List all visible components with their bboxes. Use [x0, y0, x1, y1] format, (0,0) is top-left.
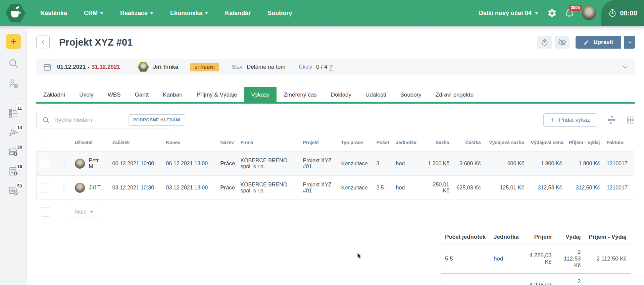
tab-zmereny-cas[interactable]: Změřený čas [277, 87, 324, 102]
cell-amount: 3 600 Kč [453, 152, 484, 176]
payments-cards-icon[interactable]: 28 [8, 147, 19, 157]
tab-gantt[interactable]: Gantt [128, 87, 156, 102]
documents-alert-icon[interactable]: 16 [8, 166, 19, 177]
cell-company[interactable]: KOBERCE BRENO, spol. s r.o. [237, 176, 300, 200]
col-firma[interactable]: Firma [237, 134, 300, 152]
owner-name[interactable]: Jiří Trnka [153, 64, 179, 70]
approvals-arrow-icon[interactable]: 14 [8, 127, 19, 138]
search-icon[interactable] [8, 58, 19, 69]
tab-vykazy[interactable]: Výkazy [244, 87, 277, 102]
col-projekt[interactable]: Projekt [300, 134, 338, 152]
menu-item-soubory[interactable]: Soubory [267, 10, 292, 17]
notifications-bell-icon[interactable]: 3005 [564, 8, 575, 18]
tab-wbs[interactable]: WBS [101, 87, 128, 102]
tab-udalosti[interactable]: Události [358, 87, 393, 102]
cell-invoice[interactable]: 1210017 [603, 152, 634, 176]
drag-handle-icon[interactable] [63, 160, 65, 167]
col-sazba[interactable]: Sazba [424, 134, 453, 152]
col-castka[interactable]: Částka [453, 134, 484, 152]
drag-handle-icon[interactable] [63, 184, 65, 191]
cell-project[interactable]: Projekt XYZ #01 [300, 176, 338, 200]
top-navbar: Nástěnka CRM Realizace Ekonomika Kalendá… [0, 0, 644, 26]
menu-item-crm[interactable]: CRM [84, 10, 103, 17]
cell-unit: hod [393, 176, 424, 200]
collapse-infobar-button[interactable] [622, 64, 629, 70]
col-konec[interactable]: Konec [163, 134, 217, 152]
summary-col-prijem-vydaj: Příjem - Výdaj [585, 230, 631, 244]
cell-income-expense: 312,50 Kč [565, 176, 603, 200]
tab-ukoly[interactable]: Úkoly [72, 87, 101, 102]
actions-dropdown-button[interactable]: Akce [69, 206, 99, 218]
table-row[interactable]: Petr M. 06.12.2021 10:00 06.12.2021 13:0… [37, 152, 634, 176]
cell-company[interactable]: KOBERCE BRENO, spol. s r.o. [237, 152, 300, 176]
header-actions: Upravit [537, 36, 635, 49]
tab-zakladni[interactable]: Základní [36, 87, 72, 102]
chevron-down-icon [622, 64, 629, 70]
col-uzivatel[interactable]: Uživatel [71, 134, 109, 152]
menu-item-kalendar[interactable]: Kalendář [225, 10, 251, 17]
col-jednotka[interactable]: Jednotka [393, 134, 424, 152]
tab-kanban[interactable]: Kanban [156, 87, 190, 102]
tasks-help[interactable]: ? [329, 64, 332, 71]
summary-table: Počet jednotek Jednotka Příjem Výdaj Pří… [441, 230, 631, 285]
add-report-button[interactable]: + Přidat výkaz [543, 113, 597, 127]
tab-soubory[interactable]: Soubory [393, 87, 429, 102]
cell-name[interactable]: Práce [217, 176, 237, 200]
edit-dropdown-button[interactable] [624, 36, 635, 49]
col-pocet[interactable]: Počet [373, 134, 393, 152]
tab-zdravi-projektu[interactable]: Zdraví projektu [429, 87, 481, 102]
cell-user[interactable]: Petr M. [89, 158, 106, 170]
account-switcher[interactable]: Další nový účet 04 [479, 10, 538, 17]
row-checkbox[interactable] [40, 183, 49, 192]
search-input[interactable] [54, 117, 129, 123]
approvals-count-badge: 14 [15, 123, 24, 132]
row-checkbox[interactable] [40, 159, 49, 168]
tasks-progress: 0 / 4 [316, 64, 327, 70]
cell-rate: 250,01 Kč [424, 176, 453, 200]
back-button[interactable] [36, 36, 50, 49]
cell-user[interactable]: Jiří T. [89, 185, 102, 191]
avatar [75, 183, 85, 193]
cell-count: 2.5 [373, 176, 393, 200]
menu-item-realizace[interactable]: Realizace [120, 10, 153, 17]
select-all-checkbox[interactable] [40, 138, 49, 147]
add-contact-icon[interactable] [8, 78, 19, 89]
cell-name[interactable]: Práce [217, 152, 237, 176]
cell-work-type: Konzultace [338, 176, 373, 200]
quick-add-button[interactable]: + [6, 34, 21, 49]
row-height-icon[interactable] [606, 115, 616, 125]
navbar-shadow [27, 26, 644, 32]
table-row[interactable]: Jiří T. 03.12.2021 10:30 03.12.2021 13:0… [37, 176, 634, 200]
col-vydajova-sazba[interactable]: Výdajová sazba [484, 134, 528, 152]
timesheets-clock-icon[interactable]: 53 [8, 185, 19, 196]
advanced-search-button[interactable]: PODROBNÉ HLEDÁNÍ [129, 114, 185, 126]
col-typ-prace[interactable]: Typ práce [338, 134, 373, 152]
tab-prijmy-vydaje[interactable]: Příjmy & Výdaje [190, 87, 244, 102]
settings-gear-icon[interactable] [547, 8, 557, 18]
cell-project[interactable]: Projekt XYZ #01 [300, 152, 338, 176]
menu-item-ekonomika[interactable]: Ekonomika [170, 10, 208, 17]
tab-doklady[interactable]: Doklady [324, 87, 358, 102]
time-tracker-button[interactable]: 00:00 [601, 0, 644, 26]
project-tabs: Základní Úkoly WBS Gantt Kanban Příjmy &… [36, 87, 635, 104]
watch-toggle-button[interactable] [555, 36, 569, 49]
edit-button[interactable]: Upravit [576, 36, 621, 49]
col-zacatek[interactable]: Začátek [109, 134, 163, 152]
col-prijem-vydaj[interactable]: Příjem - Výdaj [565, 134, 603, 152]
tasks-label[interactable]: Úkoly [299, 64, 312, 70]
cell-invoice[interactable]: 1210017 [603, 176, 634, 200]
status-value[interactable]: Děláme na tom [247, 64, 285, 70]
user-avatar[interactable] [582, 6, 596, 20]
chevron-left-icon [41, 40, 45, 45]
track-time-button[interactable] [537, 36, 552, 49]
menu-item-nastenka[interactable]: Nástěnka [40, 10, 67, 17]
bulk-select-checkbox[interactable] [41, 207, 50, 217]
col-faktura[interactable]: Faktura [603, 134, 634, 152]
column-visibility-icon[interactable] [626, 115, 635, 125]
app-logo[interactable] [0, 0, 31, 26]
col-nazev[interactable]: Název [217, 134, 237, 152]
project-end-date: 31.12.2021 [92, 64, 120, 70]
col-vydajova-cena[interactable]: Výdajová cena [528, 134, 565, 152]
tasks-checklist-icon[interactable]: 11 [8, 108, 19, 118]
owner-avatar[interactable] [138, 62, 149, 72]
